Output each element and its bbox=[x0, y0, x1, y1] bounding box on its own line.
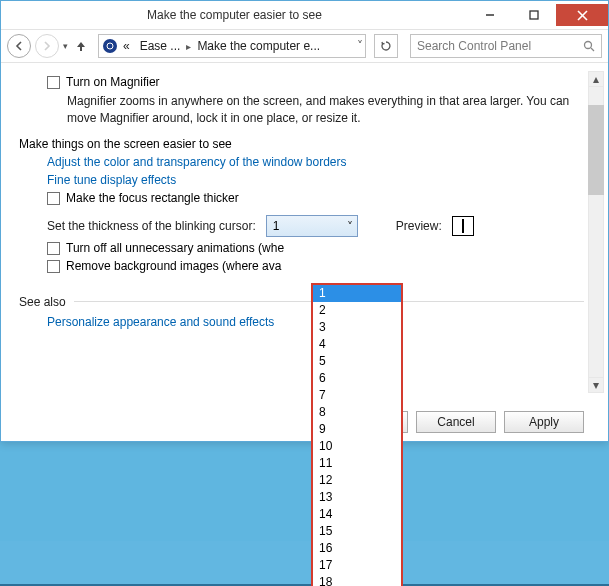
dropdown-option[interactable]: 9 bbox=[313, 421, 401, 438]
minimize-button[interactable] bbox=[468, 4, 512, 26]
dropdown-option[interactable]: 7 bbox=[313, 387, 401, 404]
magnifier-checkbox-row: Turn on Magnifier bbox=[47, 75, 584, 89]
bg-images-checkbox[interactable] bbox=[47, 260, 60, 273]
refresh-button[interactable] bbox=[374, 34, 398, 58]
chevron-down-icon: ˅ bbox=[347, 220, 353, 234]
crumb-current[interactable]: Make the computer e... bbox=[193, 39, 324, 53]
control-panel-icon bbox=[103, 39, 117, 53]
scroll-down-icon[interactable]: ▾ bbox=[588, 377, 604, 393]
window-title: Make the computer easier to see bbox=[1, 8, 468, 22]
bg-images-label[interactable]: Remove background images (where ava bbox=[66, 259, 281, 273]
dropdown-option[interactable]: 14 bbox=[313, 506, 401, 523]
crumb-lead: « bbox=[119, 39, 134, 53]
animations-row: Turn off all unnecessary animations (whe bbox=[47, 241, 584, 255]
nav-bar: ▾ « Ease ... ▸ Make the computer e... ˅ … bbox=[1, 29, 608, 63]
dropdown-option[interactable]: 16 bbox=[313, 540, 401, 557]
magnifier-label[interactable]: Turn on Magnifier bbox=[66, 75, 160, 89]
dropdown-option[interactable]: 12 bbox=[313, 472, 401, 489]
content-area: ▴ ▾ Turn on Magnifier Magnifier zooms in… bbox=[1, 63, 608, 441]
dropdown-option[interactable]: 5 bbox=[313, 353, 401, 370]
dropdown-option[interactable]: 11 bbox=[313, 455, 401, 472]
breadcrumb[interactable]: « Ease ... ▸ Make the computer e... ˅ bbox=[98, 34, 366, 58]
dropdown-option[interactable]: 18 bbox=[313, 574, 401, 586]
dropdown-option[interactable]: 10 bbox=[313, 438, 401, 455]
dropdown-option[interactable]: 1 bbox=[313, 285, 401, 302]
combo-value: 1 bbox=[273, 219, 280, 233]
crumb-ease[interactable]: Ease ... bbox=[136, 39, 185, 53]
scrollbar-thumb[interactable] bbox=[588, 105, 604, 195]
focus-rect-label[interactable]: Make the focus rectangle thicker bbox=[66, 191, 239, 205]
titlebar: Make the computer easier to see bbox=[1, 1, 608, 29]
close-button[interactable] bbox=[556, 4, 608, 26]
focus-rect-checkbox[interactable] bbox=[47, 192, 60, 205]
forward-button[interactable] bbox=[35, 34, 59, 58]
magnifier-checkbox[interactable] bbox=[47, 76, 60, 89]
dropdown-option[interactable]: 4 bbox=[313, 336, 401, 353]
recent-dropdown-icon[interactable]: ▾ bbox=[63, 41, 68, 51]
maximize-button[interactable] bbox=[512, 4, 556, 26]
cursor-caret bbox=[462, 219, 464, 233]
link-window-borders[interactable]: Adjust the color and transparency of the… bbox=[47, 155, 584, 169]
see-also-heading: See also bbox=[19, 295, 66, 309]
search-placeholder: Search Control Panel bbox=[417, 39, 583, 53]
link-display-effects[interactable]: Fine tune display effects bbox=[47, 173, 584, 187]
focus-rect-row: Make the focus rectangle thicker bbox=[47, 191, 584, 205]
cancel-button[interactable]: Cancel bbox=[416, 411, 496, 433]
scroll-up-icon[interactable]: ▴ bbox=[588, 71, 604, 87]
preview-label: Preview: bbox=[396, 219, 442, 233]
search-input[interactable]: Search Control Panel bbox=[410, 34, 602, 58]
animations-checkbox[interactable] bbox=[47, 242, 60, 255]
svg-point-5 bbox=[585, 42, 592, 49]
cursor-thickness-row: Set the thickness of the blinking cursor… bbox=[47, 215, 584, 237]
dropdown-option[interactable]: 6 bbox=[313, 370, 401, 387]
control-panel-window: Make the computer easier to see ▾ « Ease… bbox=[0, 0, 609, 442]
dropdown-option[interactable]: 8 bbox=[313, 404, 401, 421]
dropdown-option[interactable]: 3 bbox=[313, 319, 401, 336]
animations-label[interactable]: Turn off all unnecessary animations (whe bbox=[66, 241, 284, 255]
bg-images-row: Remove background images (where ava bbox=[47, 259, 584, 273]
cursor-preview bbox=[452, 216, 474, 236]
crumb-dropdown-icon[interactable]: ˅ bbox=[357, 39, 363, 53]
dropdown-option[interactable]: 17 bbox=[313, 557, 401, 574]
svg-point-4 bbox=[107, 43, 113, 49]
system-buttons bbox=[468, 4, 608, 26]
magnifier-description: Magnifier zooms in anywhere on the scree… bbox=[67, 93, 584, 127]
back-button[interactable] bbox=[7, 34, 31, 58]
svg-rect-1 bbox=[530, 11, 538, 19]
apply-button[interactable]: Apply bbox=[504, 411, 584, 433]
section-heading: Make things on the screen easier to see bbox=[19, 137, 584, 151]
cursor-thickness-combobox[interactable]: 1 ˅ bbox=[266, 215, 358, 237]
dropdown-option[interactable]: 13 bbox=[313, 489, 401, 506]
up-button[interactable] bbox=[72, 34, 90, 58]
search-icon bbox=[583, 40, 595, 52]
svg-line-6 bbox=[591, 48, 594, 51]
desktop-background bbox=[0, 541, 609, 586]
chevron-right-icon: ▸ bbox=[186, 41, 191, 52]
cursor-thickness-label: Set the thickness of the blinking cursor… bbox=[47, 219, 256, 233]
dropdown-option[interactable]: 15 bbox=[313, 523, 401, 540]
dropdown-option[interactable]: 2 bbox=[313, 302, 401, 319]
cursor-thickness-dropdown[interactable]: 1234567891011121314151617181920 bbox=[311, 283, 403, 586]
